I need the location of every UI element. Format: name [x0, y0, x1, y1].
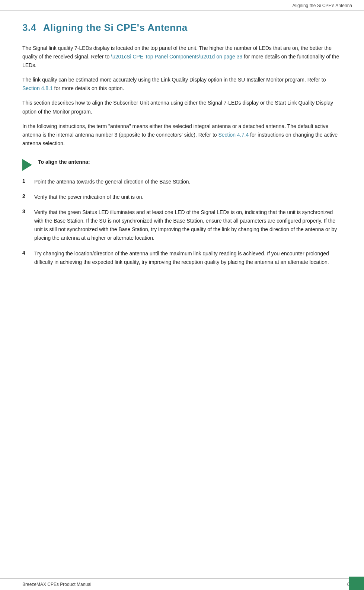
- page-header: Aligning the Si CPE's Antenna: [0, 0, 364, 11]
- step-text-2: Verify that the power indication of the …: [34, 193, 143, 201]
- footer-green-bar: [349, 577, 364, 590]
- steps-list: 1 Point the antenna towards the general …: [22, 178, 342, 267]
- procedure-arrow-icon: [22, 159, 32, 171]
- paragraph-3: This section describes how to align the …: [22, 99, 342, 116]
- step-number-2: 2: [22, 193, 29, 199]
- step-number-4: 4: [22, 249, 29, 256]
- paragraph-2: The link quality can be estimated more a…: [22, 76, 342, 93]
- step-item: 1 Point the antenna towards the general …: [22, 178, 342, 186]
- paragraph-1: The Signal link quality 7-LEDs display i…: [22, 44, 342, 70]
- link-section-481[interactable]: Section 4.8.1: [22, 85, 53, 91]
- footer-left-text: BreezeMAX CPEs Product Manual: [22, 582, 91, 587]
- step-number-3: 3: [22, 208, 29, 214]
- header-title: Aligning the Si CPE's Antenna: [293, 3, 352, 8]
- step-number-1: 1: [22, 178, 29, 184]
- main-content: 3.4Aligning the Si CPE's Antenna The Sig…: [0, 11, 364, 303]
- chapter-number: 3.4: [22, 22, 36, 33]
- step-text-1: Point the antenna towards the general di…: [34, 178, 191, 186]
- step-item: 4 Try changing the location/direction of…: [22, 249, 342, 267]
- step-item: 2 Verify that the power indication of th…: [22, 193, 342, 201]
- chapter-title: Aligning the Si CPE's Antenna: [43, 22, 188, 33]
- step-item: 3 Verify that the green Status LED illum…: [22, 208, 342, 242]
- step-text-3: Verify that the green Status LED illumin…: [34, 208, 342, 242]
- procedure-title: To align the antenna:: [38, 158, 90, 165]
- link-si-cpe-top-panel[interactable]: \u201cSi CPE Top Panel Components\u201d …: [111, 54, 242, 60]
- chapter-heading: 3.4Aligning the Si CPE's Antenna: [22, 22, 342, 34]
- link-section-474[interactable]: Section 4.7.4: [218, 132, 249, 138]
- step-text-4: Try changing the location/direction of t…: [34, 249, 342, 267]
- procedure-block: To align the antenna:: [22, 158, 342, 171]
- footer: BreezeMAX CPEs Product Manual 67: [0, 578, 364, 590]
- paragraph-4: In the following instructions, the term …: [22, 122, 342, 148]
